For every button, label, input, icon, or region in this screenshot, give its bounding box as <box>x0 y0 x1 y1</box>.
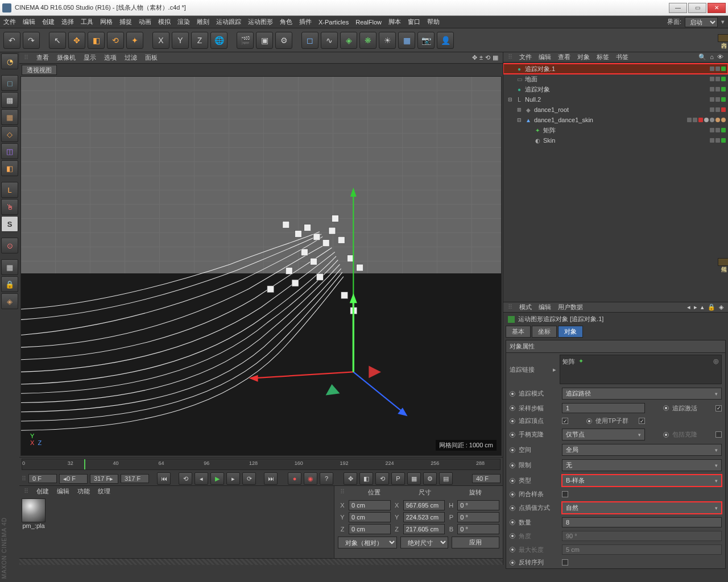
param-radio[interactable] <box>510 463 515 468</box>
object-row-追踪对象.1[interactable]: ●追踪对象.1 <box>503 64 728 74</box>
attr-menu-编辑[interactable]: 编辑 <box>539 303 551 311</box>
mat-menu-纹理[interactable]: 纹理 <box>98 487 110 496</box>
spinner-采样步幅[interactable] <box>562 403 645 413</box>
prev-frame-button[interactable]: ◂ <box>195 472 208 485</box>
param-radio[interactable] <box>510 533 515 539</box>
vp-layout-icon[interactable]: ▦ <box>493 54 498 61</box>
menu-窗口[interactable]: 窗口 <box>408 18 420 26</box>
coord-size-mode-select[interactable]: 绝对尺寸 <box>400 537 448 548</box>
snap-s-button[interactable]: S <box>1 216 18 232</box>
objmgr-menu-书签[interactable]: 书签 <box>616 53 628 61</box>
light-button[interactable]: 📷 <box>417 32 435 49</box>
coord-Y-pos[interactable] <box>349 512 391 522</box>
combo-手柄克隆[interactable]: 仅节点 <box>562 429 645 440</box>
coord-Y-rot[interactable] <box>457 512 499 522</box>
menu-文件[interactable]: 文件 <box>3 18 16 26</box>
combo-点插值方式[interactable]: 自然 <box>562 502 722 514</box>
vp-zoom-icon[interactable]: ± <box>479 54 483 61</box>
viewport-perspective[interactable]: 网格间距 : 1000 cm Y X Z <box>20 76 502 456</box>
combo-追踪模式[interactable]: 追踪路径 <box>562 388 722 400</box>
vp-menu-摄像机[interactable]: 摄像机 <box>57 53 76 62</box>
param-radio[interactable] <box>510 418 515 424</box>
object-row-追踪对象[interactable]: ●追踪对象 <box>503 84 728 94</box>
objmgr-menu-文件[interactable]: 文件 <box>519 53 532 61</box>
param-radio[interactable] <box>510 547 515 552</box>
objmgr-menu-标签[interactable]: 标签 <box>597 53 609 61</box>
menu-渲染[interactable]: 渲染 <box>177 18 190 26</box>
vp-menu-选项[interactable]: 选项 <box>104 53 117 62</box>
character-button[interactable]: 👤 <box>437 32 454 49</box>
goto-end-button[interactable]: ⏭ <box>264 472 278 485</box>
checkbox-闭合样条[interactable] <box>562 491 568 497</box>
workplane-button[interactable]: ▦ <box>1 109 18 125</box>
vp-menu-过滤[interactable]: 过滤 <box>125 53 137 62</box>
vp-nav-icon[interactable]: ✥ <box>472 54 477 61</box>
menu-运动跟踪[interactable]: 运动跟踪 <box>216 18 241 26</box>
combo-空间[interactable]: 全局 <box>562 444 722 456</box>
key-scale-button[interactable]: ◧ <box>359 472 373 485</box>
param-radio[interactable] <box>510 447 515 453</box>
param-radio[interactable] <box>510 432 515 438</box>
material-item[interactable]: pm_:pla <box>22 498 46 529</box>
object-row-Skin[interactable]: ◐Skin <box>503 135 728 146</box>
move-tool[interactable]: ✥ <box>68 32 85 49</box>
next-key-button[interactable]: ⟳ <box>242 472 256 485</box>
checkbox-包括克隆[interactable] <box>715 431 722 438</box>
nav-fwd-icon[interactable]: ▸ <box>694 304 697 311</box>
coord-system-button[interactable]: 🌐 <box>210 32 228 49</box>
frame-end-field[interactable]: 317 F <box>121 474 149 483</box>
menu-网格[interactable]: 网格 <box>100 18 113 26</box>
param-radio[interactable] <box>510 519 515 525</box>
menu-脚本[interactable]: 脚本 <box>388 18 401 26</box>
menu-插件[interactable]: 插件 <box>299 18 312 26</box>
model-mode-button[interactable]: ◻ <box>1 75 18 91</box>
side-tab-1[interactable]: 内容 <box>718 34 728 42</box>
mouse-tool[interactable]: 🖱 <box>1 199 18 215</box>
timeline-layout-button[interactable]: ▤ <box>439 472 453 485</box>
lock-icon[interactable]: 🔒 <box>708 304 715 311</box>
checkbox-反转序列[interactable] <box>562 559 568 566</box>
axis-tool[interactable]: L <box>1 182 18 198</box>
rotate-tool[interactable]: ⟲ <box>107 32 124 49</box>
home-icon[interactable]: ⌂ <box>710 53 714 61</box>
layout-select[interactable]: 启动 <box>685 17 718 27</box>
spinner-最大长度[interactable] <box>562 544 722 555</box>
minimize-button[interactable]: — <box>669 3 687 13</box>
coord-Z-size[interactable] <box>403 524 445 534</box>
range-start-field[interactable]: ◂ 0 F <box>59 474 88 484</box>
combo-类型[interactable]: B-样条 <box>562 475 722 487</box>
nav-up-icon[interactable]: ▴ <box>701 304 704 311</box>
make-editable-button[interactable]: ◔ <box>1 53 18 69</box>
scale-tool[interactable]: ◧ <box>88 32 105 49</box>
timeline-ruler[interactable]: 032406496128160192224256288 <box>22 459 500 470</box>
select-tool[interactable]: ↖ <box>49 32 66 49</box>
next-frame-button[interactable]: ▸ <box>226 472 240 485</box>
link-target-icon[interactable]: ◎ <box>713 357 719 365</box>
menu-运动图形[interactable]: 运动图形 <box>248 18 273 26</box>
attr-menu-用户数据[interactable]: 用户数据 <box>558 303 583 311</box>
layout-menu-icon[interactable]: ▾ <box>721 18 725 26</box>
undo-button[interactable]: ↶ <box>3 32 20 49</box>
attr-tab-基本[interactable]: 基本 <box>506 326 531 338</box>
vp-menu-面板[interactable]: 面板 <box>145 53 158 62</box>
menu-创建[interactable]: 创建 <box>42 18 55 26</box>
key-rot-button[interactable]: ⟲ <box>375 472 389 485</box>
param-radio[interactable] <box>510 478 515 484</box>
workplane-snap-button[interactable]: ◈ <box>1 293 18 309</box>
render-region-button[interactable]: ▣ <box>256 32 273 49</box>
object-row-地面[interactable]: ▭地面 <box>503 74 728 84</box>
checkbox-使用TP子群[interactable] <box>639 418 645 424</box>
coord-X-rot[interactable] <box>457 500 499 510</box>
magnet-button[interactable]: ⊙ <box>1 238 18 253</box>
frame-start-field[interactable]: 0 F <box>28 474 57 483</box>
maximize-button[interactable]: ▭ <box>688 3 706 13</box>
play-button[interactable]: ▶ <box>210 472 224 485</box>
param-radio[interactable] <box>510 505 515 511</box>
coord-mode-select[interactable]: 对象（相对） <box>338 537 397 548</box>
axis-y-button[interactable]: Y <box>172 32 189 49</box>
menu-RealFlow[interactable]: RealFlow <box>355 19 382 26</box>
combo-限制[interactable]: 无 <box>562 459 722 471</box>
menu-动画[interactable]: 动画 <box>139 18 151 26</box>
vp-menu-查看[interactable]: 查看 <box>36 53 49 62</box>
generator-button[interactable]: ◈ <box>340 32 357 49</box>
